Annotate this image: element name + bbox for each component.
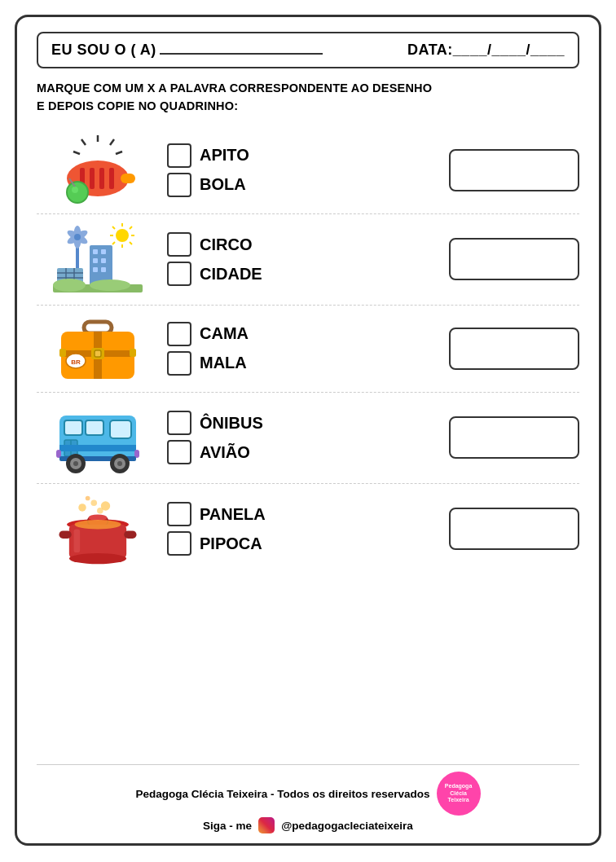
eu-sou-label: EU SOU O ( A) [51, 42, 156, 58]
checkbox-cidade[interactable] [167, 262, 191, 286]
choice-item: PIPOCA [167, 531, 441, 556]
svg-point-71 [78, 504, 86, 512]
footer-siga: Siga - me [203, 820, 252, 832]
choice-item: CIRCO [167, 232, 441, 257]
choice-item: ÔNIBUS [167, 411, 441, 435]
svg-point-72 [90, 499, 97, 506]
instagram-icon [258, 817, 275, 833]
checkbox-onibus[interactable] [167, 411, 191, 435]
choices-2: CIRCO CIDADE [159, 232, 441, 286]
svg-rect-56 [110, 420, 131, 438]
choice-item: CAMA [167, 322, 441, 346]
svg-line-17 [130, 226, 132, 229]
header-date-label: DATA:____/____/____ [407, 42, 565, 59]
svg-rect-83 [124, 530, 136, 539]
exercise-row-5: PANELA PIPOCA [37, 484, 579, 574]
svg-rect-30 [93, 249, 98, 254]
svg-line-3 [116, 152, 122, 154]
answer-box-4[interactable] [449, 416, 579, 459]
checkbox-aviao[interactable] [167, 440, 191, 464]
checkbox-cama[interactable] [167, 322, 191, 346]
label-apito: APITO [200, 146, 249, 165]
icon-city [37, 221, 159, 298]
svg-point-15 [116, 229, 129, 242]
choice-item: AVIÃO [167, 440, 441, 464]
checkbox-apito[interactable] [167, 143, 191, 168]
answer-box-5[interactable] [449, 508, 579, 550]
svg-rect-57 [64, 420, 82, 435]
worksheet-page: EU SOU O ( A) DATA:____/____/____ MARQUE… [15, 15, 601, 846]
svg-rect-58 [86, 420, 103, 435]
svg-rect-34 [93, 267, 98, 272]
svg-rect-54 [130, 349, 136, 357]
svg-point-44 [90, 279, 130, 291]
svg-line-23 [112, 226, 115, 229]
choices-1: APITO BOLA [159, 143, 441, 197]
svg-line-2 [81, 139, 86, 145]
svg-point-28 [74, 234, 81, 240]
city-icon [45, 221, 151, 298]
answer-box-2[interactable] [449, 238, 579, 280]
answer-box-1[interactable] [449, 149, 579, 191]
svg-line-21 [112, 242, 115, 244]
label-cidade: CIDADE [200, 265, 262, 284]
header-name-label: EU SOU O ( A) [51, 42, 407, 59]
checkbox-bola[interactable] [167, 173, 191, 197]
footer-instagram: @pedagogacleciateixeira [281, 820, 413, 832]
checkbox-panela[interactable] [167, 502, 191, 526]
instruction-text: MARQUE COM UM X A PALAVRA CORRESPONDENTE… [37, 80, 579, 116]
label-cama: CAMA [200, 324, 249, 343]
checkbox-mala[interactable] [167, 351, 191, 376]
svg-rect-81 [74, 529, 81, 552]
choices-4: ÔNIBUS AVIÃO [159, 411, 441, 464]
icon-pot [37, 490, 159, 568]
svg-point-13 [72, 187, 78, 193]
label-onibus: ÔNIBUS [200, 414, 263, 433]
exercise-row-3: BR CAMA MALA [37, 306, 579, 393]
checkbox-pipoca[interactable] [167, 531, 191, 556]
svg-rect-9 [99, 168, 104, 189]
label-aviao: AVIÃO [200, 443, 250, 462]
svg-point-12 [67, 182, 88, 203]
label-panela: PANELA [200, 505, 266, 524]
svg-rect-31 [101, 249, 106, 254]
svg-point-67 [73, 461, 78, 466]
svg-line-1 [110, 139, 114, 145]
footer: Pedagoga Clécia Teixeira - Todos os dire… [37, 764, 579, 835]
choice-item: APITO [167, 143, 441, 168]
instruction-content: MARQUE COM UM X A PALAVRA CORRESPONDENTE… [37, 81, 432, 112]
svg-point-74 [86, 495, 90, 500]
answer-box-3[interactable] [449, 328, 579, 370]
svg-point-43 [53, 279, 86, 292]
svg-rect-10 [109, 168, 114, 189]
svg-rect-61 [59, 445, 136, 451]
exercise-row-1: APITO BOLA [37, 127, 579, 214]
bus-icon [45, 399, 151, 477]
svg-rect-50 [95, 350, 101, 357]
choice-item: MALA [167, 351, 441, 376]
choice-item: PANELA [167, 502, 441, 526]
suitcase-icon: BR [49, 312, 147, 385]
svg-point-78 [89, 514, 108, 521]
choice-item: BOLA [167, 173, 441, 197]
whistle-icon [49, 134, 147, 207]
choice-item: CIDADE [167, 262, 441, 286]
icon-suitcase: BR [37, 312, 159, 385]
label-bola: BOLA [200, 175, 246, 194]
svg-text:BR: BR [71, 358, 81, 366]
svg-rect-35 [101, 267, 106, 272]
choices-5: PANELA PIPOCA [159, 502, 441, 556]
exercises-container: APITO BOLA [37, 127, 579, 760]
checkbox-circo[interactable] [167, 232, 191, 257]
svg-rect-32 [93, 258, 98, 263]
footer-logo: PedagogaCléciaTeixeira [437, 772, 481, 816]
exercise-row-4: ÔNIBUS AVIÃO [37, 393, 579, 484]
svg-line-4 [73, 152, 80, 154]
exercise-row-2: CIRCO CIDADE [37, 214, 579, 306]
footer-line1: Pedagoga Clécia Teixeira - Todos os dire… [135, 788, 429, 800]
svg-rect-45 [84, 322, 112, 333]
svg-line-19 [130, 242, 132, 244]
choices-3: CAMA MALA [159, 322, 441, 376]
svg-point-70 [117, 461, 122, 466]
svg-point-80 [69, 552, 126, 563]
